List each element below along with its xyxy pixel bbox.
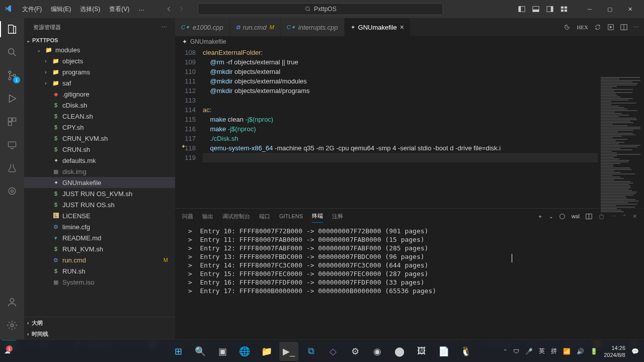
nav-forward-icon[interactable] xyxy=(178,6,185,13)
folder-modules[interactable]: ⌄📁modules xyxy=(24,44,175,55)
timeline-section[interactable]: ›时间线 xyxy=(24,328,175,339)
activity-scm[interactable]: 1 xyxy=(5,68,19,82)
file-.gitignore[interactable]: ◆.gitignore xyxy=(24,88,175,100)
outline-section[interactable]: ›大纲 xyxy=(24,317,175,328)
app-chrome[interactable]: ◉ xyxy=(368,342,387,361)
minimap[interactable] xyxy=(599,76,644,237)
minimize-button[interactable]: ─ xyxy=(580,2,600,17)
menu-more[interactable]: … xyxy=(134,3,148,16)
tray-expand-icon[interactable]: ⌃ xyxy=(503,348,507,354)
file-CRUN.sh[interactable]: $CRUN.sh xyxy=(24,144,175,155)
terminal-dropdown-icon[interactable]: ⌄ xyxy=(549,211,553,222)
command-center[interactable]: PxttpOS xyxy=(198,3,443,15)
app-linux[interactable]: 🐧 xyxy=(456,342,475,361)
split-terminal-icon[interactable] xyxy=(586,213,592,220)
file-limine.cfg[interactable]: ⚙limine.cfg xyxy=(24,221,175,232)
taskbar-weather[interactable]: ☁1 xyxy=(4,347,11,355)
tab-GNUmakefile[interactable]: ✦GNUmakefile× xyxy=(345,18,411,36)
file-run.cmd[interactable]: ⧉run.cmdM xyxy=(24,254,175,265)
app-steam[interactable]: ⚙ xyxy=(346,342,365,361)
file-GNUmakefile[interactable]: ✦GNUmakefile xyxy=(24,177,175,188)
panel-tab-4[interactable]: GITLENS xyxy=(279,211,303,222)
folder-programs[interactable]: ›📁programs xyxy=(24,66,175,77)
panel-tab-6[interactable]: 注释 xyxy=(332,210,343,223)
file-System.iso[interactable]: ▦System.iso xyxy=(24,277,175,288)
activity-settings[interactable] xyxy=(5,318,19,332)
file-defaults.mk[interactable]: ✦defaults.mk xyxy=(24,155,175,166)
activity-debug[interactable] xyxy=(5,92,19,106)
run-icon[interactable] xyxy=(607,24,614,31)
app-vscode[interactable]: ⧉ xyxy=(301,342,320,361)
file-LICENSE[interactable]: 🅻LICENSE xyxy=(24,210,175,221)
layout-grid-icon[interactable] xyxy=(560,6,568,13)
activity-account[interactable] xyxy=(5,295,19,309)
panel-tab-5[interactable]: 终端 xyxy=(312,210,323,223)
explorer-root[interactable]: ⌄PXTTPOS xyxy=(24,36,175,44)
tab-interrupts.cpp[interactable]: C✦interrupts.cpp xyxy=(281,18,345,36)
tab-more-icon[interactable]: ⋯ xyxy=(633,24,639,31)
tray-mic-icon[interactable]: 🎤 xyxy=(525,348,533,355)
panel-tab-1[interactable]: 输出 xyxy=(202,210,213,223)
app-obs[interactable]: ⬤ xyxy=(390,342,409,361)
panel-tab-0[interactable]: 问题 xyxy=(182,210,193,223)
task-view[interactable]: ▣ xyxy=(213,342,232,361)
hex-label[interactable]: HEX xyxy=(577,24,588,30)
start-button[interactable]: ⊞ xyxy=(169,342,188,361)
file-README.md[interactable]: ▾README.md xyxy=(24,232,175,243)
panel-tab-3[interactable]: 端口 xyxy=(259,210,270,223)
activity-gitlens[interactable] xyxy=(5,184,19,198)
code-editor[interactable]: ✦ 108 109 110 111 112 113 114 115 116 11… xyxy=(175,47,644,208)
file-RUN_KVM.sh[interactable]: $RUN_KVM.sh xyxy=(24,243,175,254)
terminal-output[interactable]: > Entry 10: FFFF80007F72B000 -> 00000000… xyxy=(175,224,644,339)
folder-saf[interactable]: ›📁saf xyxy=(24,77,175,88)
menu-file[interactable]: 文件(F) xyxy=(18,3,46,16)
file-CRUN_KVM.sh[interactable]: $CRUN_KVM.sh xyxy=(24,133,175,144)
close-button[interactable]: ✕ xyxy=(620,2,640,17)
new-terminal-icon[interactable]: ＋ xyxy=(537,210,543,223)
activity-remote[interactable] xyxy=(5,138,19,152)
app-notepad[interactable]: 📄 xyxy=(434,342,453,361)
tab-e1000.cpp[interactable]: C✦e1000.cpp xyxy=(175,18,230,36)
tray-notifications-icon[interactable]: 💬 xyxy=(631,348,639,355)
tray-battery-icon[interactable]: 🔋 xyxy=(590,348,598,355)
app-images[interactable]: 🖼 xyxy=(412,342,431,361)
menu-view[interactable]: 查看(V) xyxy=(105,3,133,16)
file-CLEAN.sh[interactable]: $CLEAN.sh xyxy=(24,111,175,122)
menu-select[interactable]: 选择(S) xyxy=(76,3,104,16)
file-RUN.sh[interactable]: $RUN.sh xyxy=(24,265,175,277)
menu-edit[interactable]: 编辑(E) xyxy=(47,3,75,16)
activity-explorer[interactable] xyxy=(5,22,19,36)
app-explorer[interactable]: 📁 xyxy=(257,342,276,361)
activity-test[interactable] xyxy=(5,161,19,175)
tab-run.cmd[interactable]: ⧉run.cmdM xyxy=(230,18,281,36)
layout-left-icon[interactable] xyxy=(518,6,525,13)
layout-bottom-icon[interactable] xyxy=(532,6,539,13)
activity-search[interactable] xyxy=(5,45,19,59)
taskbar-search[interactable]: 🔍 xyxy=(191,342,210,361)
tray-clock[interactable]: 14:262024/8/8 xyxy=(604,344,625,358)
maximize-button[interactable]: ▢ xyxy=(600,2,620,17)
file-JUST RUN OS_KVM.sh[interactable]: $JUST RUN OS_KVM.sh xyxy=(24,188,175,199)
app-edge[interactable]: 🌐 xyxy=(235,342,254,361)
panel-tab-2[interactable]: 调试控制台 xyxy=(222,210,250,223)
nav-back-icon[interactable] xyxy=(166,6,173,13)
split-icon[interactable] xyxy=(620,24,627,31)
file-CPY.sh[interactable]: $CPY.sh xyxy=(24,122,175,133)
app-vs[interactable]: ◇ xyxy=(324,342,343,361)
tray-ime1[interactable]: 英 xyxy=(539,347,545,355)
file-JUST RUN OS.sh[interactable]: $JUST RUN OS.sh xyxy=(24,199,175,210)
file-disk.img[interactable]: ▦disk.img xyxy=(24,166,175,177)
timeline-icon[interactable] xyxy=(564,24,571,31)
tray-ime2[interactable]: 拼 xyxy=(551,347,557,355)
app-terminal[interactable]: ▶_ xyxy=(279,342,298,361)
breadcrumb[interactable]: ✦ GNUmakefile xyxy=(175,36,644,47)
ai-spark-icon[interactable]: ✦ xyxy=(181,143,186,150)
file-cDisk.sh[interactable]: $cDisk.sh xyxy=(24,100,175,111)
tray-wifi-icon[interactable]: 📶 xyxy=(563,348,571,355)
folder-objects[interactable]: ›📁objects xyxy=(24,55,175,66)
close-tab-icon[interactable]: × xyxy=(400,23,404,31)
tray-volume-icon[interactable]: 🔊 xyxy=(577,348,584,355)
activity-extensions[interactable] xyxy=(5,115,19,129)
explorer-more-icon[interactable]: ⋯ xyxy=(162,24,167,31)
diff-icon[interactable] xyxy=(594,24,601,31)
